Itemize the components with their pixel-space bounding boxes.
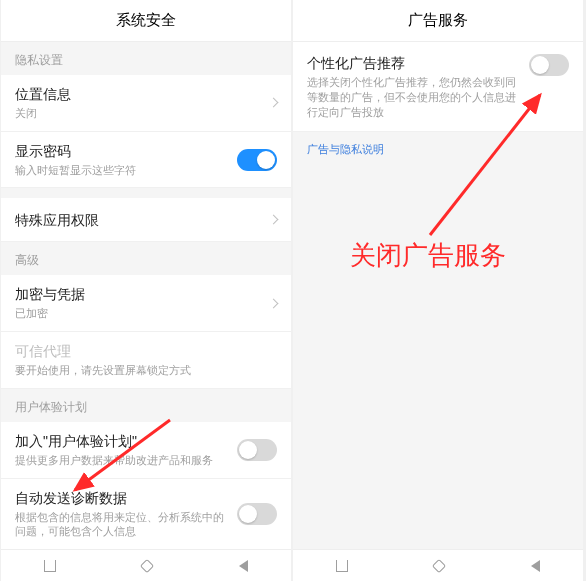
link-ad-privacy-policy[interactable]: 广告与隐私说明	[293, 132, 583, 167]
nav-recent-icon[interactable]	[44, 560, 56, 572]
row-label: 个性化广告推荐	[307, 54, 521, 73]
chevron-right-icon	[269, 298, 279, 308]
section-header-ux: 用户体验计划	[1, 389, 291, 422]
row-auto-diagnostics[interactable]: 自动发送诊断数据 根据包含的信息将用来定位、分析系统中的问题，可能包含个人信息	[1, 479, 291, 551]
nav-home-icon[interactable]	[432, 558, 446, 572]
nav-back-icon[interactable]	[239, 560, 248, 572]
row-label: 自动发送诊断数据	[15, 489, 229, 508]
row-location[interactable]: 位置信息 关闭	[1, 75, 291, 132]
row-sub: 已加密	[15, 306, 262, 321]
screen-system-security: 系统安全 隐私设置 位置信息 关闭 显示密码 输入时短暂显示这些字符 特殊应用权…	[1, 0, 291, 581]
row-special-app-permissions[interactable]: 特殊应用权限	[1, 198, 291, 242]
row-sub: 选择关闭个性化广告推荐，您仍然会收到同等数量的广告，但不会使用您的个人信息进行定…	[307, 75, 521, 120]
row-trusted-agent: 可信代理 要开始使用，请先设置屏幕锁定方式	[1, 332, 291, 389]
row-label: 加入"用户体验计划"	[15, 432, 229, 451]
row-sub: 关闭	[15, 106, 262, 121]
toggle-auto-diagnostics[interactable]	[237, 503, 277, 525]
nav-bar	[293, 549, 583, 581]
section-header-privacy: 隐私设置	[1, 42, 291, 75]
section-header-advanced: 高级	[1, 242, 291, 275]
page-title: 系统安全	[1, 0, 291, 42]
toggle-personalized-ads[interactable]	[529, 54, 569, 76]
row-sub: 要开始使用，请先设置屏幕锁定方式	[15, 363, 277, 378]
row-label: 可信代理	[15, 342, 277, 361]
nav-back-icon[interactable]	[531, 560, 540, 572]
screen-ad-service: 广告服务 个性化广告推荐 选择关闭个性化广告推荐，您仍然会收到同等数量的广告，但…	[293, 0, 583, 581]
chevron-right-icon	[269, 98, 279, 108]
row-label: 显示密码	[15, 142, 229, 161]
row-sub: 输入时短暂显示这些字符	[15, 163, 229, 178]
nav-recent-icon[interactable]	[336, 560, 348, 572]
row-show-password[interactable]: 显示密码 输入时短暂显示这些字符	[1, 132, 291, 189]
chevron-right-icon	[269, 215, 279, 225]
toggle-join-ux-plan[interactable]	[237, 439, 277, 461]
row-label: 加密与凭据	[15, 285, 262, 304]
toggle-show-password[interactable]	[237, 149, 277, 171]
row-encryption[interactable]: 加密与凭据 已加密	[1, 275, 291, 332]
nav-bar	[1, 549, 291, 581]
row-label: 特殊应用权限	[15, 211, 262, 230]
row-label: 位置信息	[15, 85, 262, 104]
row-join-ux-plan[interactable]: 加入"用户体验计划" 提供更多用户数据来帮助改进产品和服务	[1, 422, 291, 479]
nav-home-icon[interactable]	[140, 558, 154, 572]
row-personalized-ads[interactable]: 个性化广告推荐 选择关闭个性化广告推荐，您仍然会收到同等数量的广告，但不会使用您…	[293, 42, 583, 132]
row-sub: 提供更多用户数据来帮助改进产品和服务	[15, 453, 229, 468]
page-title: 广告服务	[293, 0, 583, 42]
row-sub: 根据包含的信息将用来定位、分析系统中的问题，可能包含个人信息	[15, 510, 229, 540]
